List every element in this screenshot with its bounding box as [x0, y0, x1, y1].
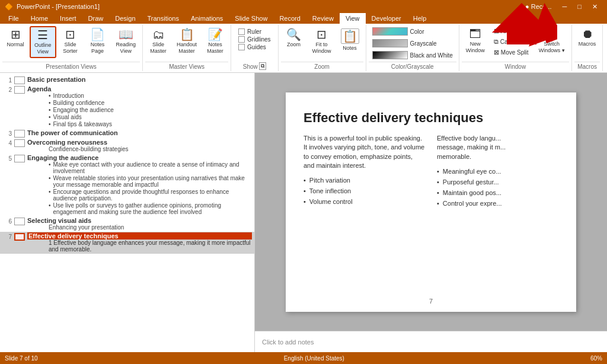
- outline-item-5: 5 Engaging the audience •Make eye contac…: [0, 154, 254, 216]
- zoom-button[interactable]: 🔍 Zoom: [281, 26, 307, 50]
- tab-view[interactable]: View: [340, 13, 366, 24]
- tab-developer[interactable]: Developer: [366, 13, 407, 24]
- outline-thumb-6[interactable]: [14, 218, 25, 225]
- maximize-button[interactable]: □: [573, 3, 586, 11]
- tab-record[interactable]: Record: [273, 13, 306, 24]
- cascade-button[interactable]: ⧉ Cascade: [490, 37, 533, 47]
- switch-windows-label: SwitchWindows ▾: [539, 41, 565, 54]
- switch-windows-button[interactable]: ⧉ SwitchWindows ▾: [535, 26, 569, 56]
- tab-draw[interactable]: Draw: [82, 13, 110, 24]
- ruler-checkbox[interactable]: Ruler: [238, 28, 270, 35]
- tab-slideshow[interactable]: Slide Show: [229, 13, 273, 24]
- slide-sorter-label: SlideSorter: [63, 41, 78, 55]
- notes-page-button[interactable]: 📄 NotesPage: [85, 26, 111, 57]
- notes-master-button[interactable]: 📝 NotesMaster: [202, 26, 228, 57]
- app-title: PowerPoint - [Presentation1]: [17, 3, 100, 10]
- outline-scroll[interactable]: 1 Basic presentation 2 Agenda •Introduct…: [0, 73, 254, 352]
- tab-design[interactable]: Design: [109, 13, 141, 24]
- slide-col-2: Effective body langu...message, making i…: [437, 134, 558, 209]
- slide-master-label: SlideMaster: [150, 41, 167, 55]
- outline-view-button[interactable]: ☰ OutlineView: [30, 26, 56, 58]
- outline-item-4: 4 Overcoming nervousness Confidence-buil…: [0, 138, 254, 154]
- outline-thumb-2[interactable]: [14, 86, 25, 94]
- window-stacked-buttons: ⊞ Arrange All ⧉ Cascade ⊠ Move Split: [490, 26, 533, 58]
- slide-info: Slide 7 of 10: [5, 355, 38, 362]
- app-icon: 🔶: [5, 3, 13, 11]
- tab-review[interactable]: Review: [306, 13, 340, 24]
- slide: Effective delivery techniques This is a …: [286, 92, 576, 312]
- show-dialog-icon[interactable]: ⧉: [259, 62, 266, 70]
- notes-button[interactable]: 📋 Notes: [337, 26, 363, 54]
- arrange-all-button[interactable]: ⊞ Arrange All: [490, 26, 533, 36]
- move-split-button[interactable]: ⊠ Move Split: [490, 47, 533, 58]
- tab-transitions[interactable]: Transitions: [142, 13, 185, 24]
- grayscale-button[interactable]: Grayscale: [369, 38, 456, 49]
- notes-bar[interactable]: Click to add notes: [255, 331, 607, 352]
- zoom-label: Zoom: [287, 41, 301, 48]
- outline-thumb-5[interactable]: [14, 155, 25, 162]
- outline-sub-2-1: •Introduction: [49, 92, 252, 100]
- outline-view-label: OutlineView: [34, 42, 52, 55]
- tab-animations[interactable]: Animations: [185, 13, 229, 24]
- outline-thumb-4[interactable]: [14, 139, 25, 147]
- minimize-button[interactable]: ─: [558, 3, 572, 11]
- outline-thumb-7[interactable]: [14, 233, 25, 241]
- record-button[interactable]: ● Reco...: [520, 3, 557, 11]
- close-button[interactable]: ✕: [587, 3, 602, 11]
- bw-swatch: [372, 51, 408, 59]
- window-group-label: Window: [462, 62, 569, 70]
- gridlines-checkbox-box[interactable]: [238, 36, 245, 43]
- slide-area: Effective delivery techniques This is a …: [255, 73, 607, 352]
- guides-checkbox[interactable]: Guides: [238, 44, 270, 50]
- outline-thumb-3[interactable]: [14, 130, 25, 138]
- outline-sub-5-2: •Weave relatable stories into your prese…: [49, 175, 252, 189]
- tab-home[interactable]: Home: [25, 13, 54, 24]
- outline-title-3[interactable]: The power of communication: [27, 129, 118, 136]
- grayscale-label: Grayscale: [410, 40, 437, 47]
- ruler-label: Ruler: [247, 28, 261, 35]
- macros-group-label: Macros: [574, 62, 600, 70]
- color-button[interactable]: Color: [369, 26, 456, 37]
- outline-title-1[interactable]: Basic presentation: [27, 76, 85, 83]
- master-views-label: Master Views: [145, 62, 228, 70]
- outline-num-2: 2: [2, 87, 12, 93]
- zoom-level: 60%: [590, 355, 602, 362]
- outline-sub-6-1: Enhancing your presentation: [49, 224, 252, 231]
- outline-num-5: 5: [2, 155, 12, 162]
- macros-button[interactable]: ⏺ Macros: [574, 26, 600, 49]
- outline-title-7[interactable]: Effective delivery techniques: [27, 232, 252, 240]
- outline-num-7: 7: [2, 234, 12, 240]
- outline-title-6[interactable]: Selecting visual aids: [27, 217, 252, 224]
- tab-file[interactable]: File: [2, 13, 25, 24]
- outline-thumb-1[interactable]: [14, 76, 25, 84]
- slide-master-button[interactable]: 🗂 SlideMaster: [145, 26, 171, 57]
- gridlines-checkbox[interactable]: Gridlines: [238, 36, 270, 43]
- col1-para: This is a powerful tool in public speaki…: [304, 134, 425, 171]
- reading-view-icon: 📖: [119, 28, 133, 40]
- normal-view-icon: ⊞: [11, 28, 21, 40]
- outline-title-4[interactable]: Overcoming nervousness: [27, 139, 252, 146]
- col2-bullet-4: Control your expre...: [437, 198, 558, 209]
- normal-view-button[interactable]: ⊞ Normal: [2, 26, 28, 50]
- slide-container[interactable]: Effective delivery techniques This is a …: [255, 73, 607, 331]
- bw-label: Black and White: [410, 52, 453, 59]
- black-and-white-button[interactable]: Black and White: [369, 50, 456, 60]
- guides-checkbox-box[interactable]: [238, 44, 245, 50]
- color-label: Color: [410, 28, 424, 35]
- outline-sub-2-5: •Final tips & takeaways: [49, 121, 252, 128]
- slide-sorter-button[interactable]: ⊡ SlideSorter: [57, 26, 84, 57]
- switch-windows-icon: ⧉: [548, 28, 556, 40]
- ruler-checkbox-box[interactable]: [238, 28, 245, 35]
- col2-bullet-2: Purposeful gestur...: [437, 177, 558, 187]
- outline-title-2[interactable]: Agenda: [27, 85, 252, 92]
- new-window-button[interactable]: 🗔 NewWindow: [462, 26, 489, 56]
- outline-title-5[interactable]: Engaging the audience: [27, 154, 252, 161]
- macros-icon: ⏺: [582, 28, 593, 40]
- tab-help[interactable]: Help: [407, 13, 433, 24]
- fit-to-window-button[interactable]: ⊡ Fit toWindow: [308, 26, 336, 57]
- reading-view-button[interactable]: 📖 ReadingView: [112, 26, 140, 57]
- handout-master-button[interactable]: 📋 HandoutMaster: [172, 26, 201, 57]
- language-info: English (United States): [284, 355, 344, 362]
- tab-insert[interactable]: Insert: [54, 13, 82, 24]
- outline-item-6: 6 Selecting visual aids Enhancing your p…: [0, 216, 254, 232]
